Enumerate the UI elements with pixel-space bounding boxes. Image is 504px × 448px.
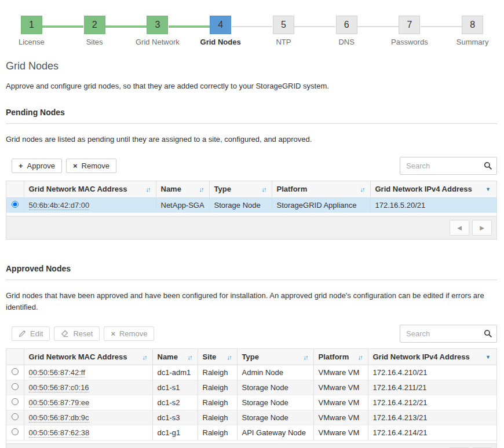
step-circle: 6 <box>336 16 357 34</box>
approved-header-row: Grid Network MAC Address↓↑Name↓↑Site↓↑Ty… <box>6 349 496 365</box>
table-row[interactable]: 00:50:56:87:42:ffdc1-adm1RaleighAdmin No… <box>6 365 496 380</box>
row-radio[interactable] <box>12 398 19 405</box>
plus-icon: + <box>19 161 23 170</box>
edit-button[interactable]: Edit <box>12 326 50 341</box>
cell-mac: 00:50:56:87:62:38 <box>24 425 152 440</box>
column-header[interactable]: Site↓↑ <box>198 349 237 365</box>
cell-type: Storage Node <box>237 395 313 410</box>
cell-type: Admin Node <box>237 365 313 380</box>
cell-site: Raleigh <box>198 395 237 410</box>
mac-address: 00:50:56:87:79:ee <box>29 398 90 407</box>
approve-button[interactable]: + Approve <box>12 159 62 173</box>
table-row[interactable]: 50:6b:4b:42:d7:00NetApp-SGAStorage NodeS… <box>6 197 496 212</box>
column-header-label: Grid Network IPv4 Address <box>375 185 472 193</box>
column-header[interactable]: Platform↓↑ <box>313 349 368 365</box>
sort-icon: ↓↑ <box>143 354 148 361</box>
wizard-stepper: 1License2Sites3Grid Network4Grid Nodes5N… <box>0 0 504 46</box>
column-header[interactable]: Name↓↑ <box>156 181 209 197</box>
radio-cell <box>6 380 24 395</box>
radio-cell <box>6 425 24 440</box>
approved-nodes-table: Grid Network MAC Address↓↑Name↓↑Site↓↑Ty… <box>6 349 496 440</box>
remove-button-pending[interactable]: × Remove <box>66 159 116 173</box>
pending-search-input[interactable] <box>400 157 497 175</box>
cell-platform: VMware VM <box>313 365 368 380</box>
reset-button[interactable]: Reset <box>54 326 100 341</box>
table-row[interactable]: 00:50:56:87:c0:16dc1-s1RaleighStorage No… <box>6 380 496 395</box>
remove-button-approved[interactable]: × Remove <box>104 326 154 341</box>
radio-cell <box>6 395 24 410</box>
column-header[interactable]: Grid Network IPv4 Address▼ <box>370 181 496 197</box>
column-header[interactable]: Name↓↑ <box>152 349 198 365</box>
column-header[interactable]: Platform↓↑ <box>272 181 370 197</box>
page-description: Approve and configure grid nodes, so tha… <box>6 82 497 90</box>
caret-down-icon: ▼ <box>485 186 492 192</box>
pending-header-row: Grid Network MAC Address↓↑Name↓↑Type↓↑Pl… <box>6 181 496 197</box>
row-radio[interactable] <box>12 201 19 208</box>
cell-mac: 50:6b:4b:42:d7:00 <box>24 197 156 212</box>
mac-address: 00:50:56:87:db:9c <box>29 413 89 423</box>
column-header[interactable]: Grid Network IPv4 Address▼ <box>368 349 496 365</box>
cell-type: Storage Node <box>209 197 272 212</box>
table-row[interactable]: 00:50:56:87:62:38dc1-g1RaleighAPI Gatewa… <box>6 425 496 440</box>
next-page-button[interactable]: ▶ <box>472 220 492 236</box>
cell-platform: VMware VM <box>313 425 368 440</box>
column-header-label: Type <box>242 352 259 361</box>
step-label: Sites <box>86 38 103 46</box>
column-header[interactable]: Grid Network MAC Address↓↑ <box>24 181 156 197</box>
sort-icon: ↓↑ <box>188 354 193 361</box>
approved-nodes-heading: Approved Nodes <box>6 264 497 280</box>
sort-icon: ↓↑ <box>358 354 363 361</box>
prev-page-button[interactable]: ◀ <box>450 220 469 236</box>
cell-mac: 00:50:56:87:42:ff <box>24 365 152 380</box>
column-header[interactable]: Grid Network MAC Address↓↑ <box>24 349 152 365</box>
step-circle: 8 <box>462 16 483 34</box>
cell-ipv4: 172.16.4.212/21 <box>368 395 496 410</box>
step-circle: 7 <box>399 16 420 34</box>
row-radio[interactable] <box>12 368 19 375</box>
cell-type: Storage Node <box>237 410 313 425</box>
approved-search-input[interactable] <box>400 325 497 343</box>
mac-address: 00:50:56:87:c0:16 <box>29 383 89 392</box>
mac-address: 00:50:56:87:42:ff <box>29 368 85 377</box>
approved-nodes-section: Approved Nodes Grid nodes that have been… <box>6 264 497 448</box>
row-radio[interactable] <box>12 428 19 435</box>
x-icon: × <box>73 161 78 170</box>
cell-ipv4: 172.16.4.211/21 <box>368 380 496 395</box>
cell-platform: VMware VM <box>313 395 368 410</box>
cell-platform: VMware VM <box>313 410 368 425</box>
radio-cell <box>6 410 24 425</box>
mac-address: 00:50:56:87:62:38 <box>29 428 90 438</box>
cell-name: dc1-g1 <box>152 425 198 440</box>
cell-mac: 00:50:56:87:db:9c <box>24 410 152 425</box>
column-header-label: Platform <box>319 352 349 361</box>
sort-icon: ↓↑ <box>304 354 309 361</box>
cell-name: NetApp-SGA <box>156 197 209 212</box>
pencil-icon <box>19 330 26 337</box>
row-radio[interactable] <box>12 413 19 420</box>
cell-platform: StorageGRID Appliance <box>272 197 370 212</box>
column-header[interactable]: Type↓↑ <box>209 181 272 197</box>
sort-icon: ↓↑ <box>360 186 366 193</box>
search-icon <box>484 329 492 340</box>
cell-mac: 00:50:56:87:c0:16 <box>24 380 152 395</box>
cell-ipv4: 172.16.4.214/21 <box>368 425 496 440</box>
step-label: Summary <box>456 38 489 46</box>
cell-mac: 00:50:56:87:79:ee <box>24 395 152 410</box>
column-header-label: Type <box>214 185 231 193</box>
cell-name: dc1-s1 <box>152 380 198 395</box>
row-radio[interactable] <box>12 383 19 390</box>
cell-site: Raleigh <box>198 410 237 425</box>
table-row[interactable]: 00:50:56:87:db:9cdc1-s3RaleighStorage No… <box>6 410 496 425</box>
table-row[interactable]: 00:50:56:87:79:eedc1-s2RaleighStorage No… <box>6 395 496 410</box>
cell-name: dc1-s2 <box>152 395 198 410</box>
cell-site: Raleigh <box>198 425 237 440</box>
column-header-label: Site <box>203 352 217 361</box>
pending-pagination: ◀ ▶ <box>6 216 496 239</box>
column-header-label: Grid Network MAC Address <box>29 185 127 193</box>
column-header[interactable]: Type↓↑ <box>237 349 313 365</box>
step-summary[interactable]: 8Summary <box>441 7 504 46</box>
edit-button-label: Edit <box>30 329 43 338</box>
column-header-label: Name <box>161 185 181 193</box>
step-circle: 4 <box>210 16 231 34</box>
approved-nodes-description: Grid nodes that have been approved and h… <box>6 290 497 313</box>
